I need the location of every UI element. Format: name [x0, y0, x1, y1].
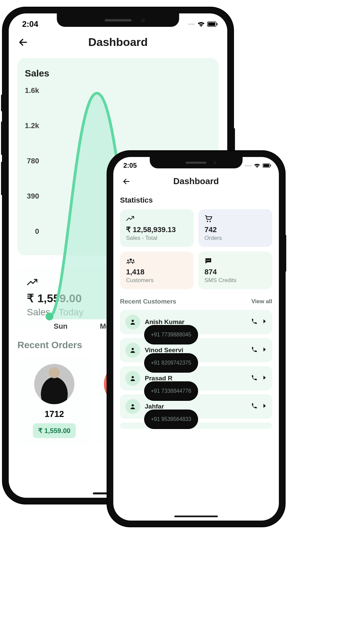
call-button[interactable]: [251, 346, 257, 354]
svg-rect-6: [270, 165, 271, 166]
customer-phone: +91 7739888045: [145, 326, 197, 344]
svg-point-11: [133, 260, 134, 261]
svg-point-12: [206, 260, 207, 261]
order-id: 1712: [45, 409, 64, 419]
phone-icon: [251, 402, 257, 409]
customer-name: Anish Kumar: [145, 318, 246, 326]
stat-value: 1,418: [126, 268, 188, 276]
x-tick: Sun: [44, 322, 77, 331]
svg-point-17: [132, 376, 134, 378]
stat-sms-credits[interactable]: 874 SMS Credits: [198, 252, 272, 289]
y-tick: 390: [27, 192, 39, 201]
open-button[interactable]: [263, 375, 267, 382]
svg-point-18: [132, 404, 134, 406]
person-icon: [130, 319, 136, 325]
svg-rect-1: [208, 22, 215, 26]
phone-mockup-2: 2:05 •••• Dashboard Statistics: [107, 151, 285, 527]
y-tick: 0: [35, 227, 39, 236]
trend-up-icon: [27, 279, 38, 286]
status-time: 2:05: [123, 162, 137, 169]
customer-name: Vinod Seervi: [145, 346, 246, 354]
message-icon: [204, 258, 212, 264]
trend-up-icon: [126, 216, 135, 222]
y-tick: 780: [27, 157, 39, 165]
svg-point-15: [132, 320, 134, 322]
open-button[interactable]: [263, 403, 267, 410]
phone-icon: [251, 374, 257, 381]
customer-phone: +91 7338844776: [145, 382, 197, 400]
y-tick: 1.6k: [25, 86, 39, 95]
side-button: [1, 95, 3, 111]
signal-dots-icon: ••••: [188, 22, 195, 26]
chart-y-axis: 1.6k 1.2k 780 390 0: [25, 85, 44, 246]
svg-rect-2: [217, 23, 218, 25]
call-button[interactable]: [251, 318, 257, 326]
chevron-right-icon: [263, 403, 267, 409]
open-button[interactable]: [263, 319, 267, 325]
order-price-badge: ₹ 1,559.00: [33, 423, 76, 438]
avatar: [125, 343, 140, 358]
svg-point-7: [207, 221, 208, 222]
svg-point-8: [209, 221, 211, 222]
signal-dots-icon: ••••: [245, 163, 252, 168]
y-tick: 1.2k: [25, 121, 39, 130]
view-all-link[interactable]: View all: [251, 298, 272, 305]
order-card[interactable]: 1712 ₹ 1,559.00: [17, 357, 91, 445]
phone-icon: [251, 318, 257, 325]
stat-value: 874: [204, 268, 266, 276]
order-thumbnail: [34, 364, 74, 404]
svg-point-9: [130, 259, 132, 261]
notch: [57, 13, 179, 27]
side-button: [1, 121, 3, 155]
svg-rect-5: [263, 164, 269, 167]
stat-value: ₹ 12,58,939.13: [126, 225, 188, 234]
open-button[interactable]: [263, 347, 267, 354]
customer-row[interactable]: Jahfar +91 9539564833: [120, 394, 272, 419]
wifi-icon: [254, 163, 260, 168]
avatar: [125, 399, 140, 414]
status-time: 2:04: [22, 19, 38, 29]
stat-sales-total[interactable]: ₹ 12,58,939.13 Sales - Total: [120, 209, 194, 247]
stat-label: Orders: [204, 235, 266, 241]
customer-phone: +91 9539564833: [145, 410, 197, 428]
stat-label: Sales - Total: [126, 235, 188, 241]
customer-row[interactable]: Vinod Seervi +91 8209742375: [120, 338, 272, 362]
battery-icon: [207, 21, 218, 27]
chevron-right-icon: [263, 347, 267, 352]
cart-icon: [204, 215, 213, 222]
customer-row[interactable]: Anish Kumar +91 7739888045: [120, 310, 272, 334]
person-icon: [130, 404, 136, 410]
sales-card-title: Sales: [25, 68, 211, 79]
app-header: Dashboard: [113, 169, 279, 190]
svg-point-3: [46, 313, 53, 320]
stats-grid: ₹ 12,58,939.13 Sales - Total 742 Orders …: [120, 209, 272, 289]
phone-icon: [251, 346, 257, 353]
customer-name: Prasad R: [145, 375, 246, 382]
recent-customers-title: Recent Customers: [120, 298, 176, 305]
call-button[interactable]: [251, 402, 257, 411]
statistics-title: Statistics: [120, 196, 272, 205]
avatar: [125, 371, 140, 386]
stat-label: SMS Credits: [204, 277, 266, 284]
svg-point-10: [127, 260, 129, 261]
stat-customers[interactable]: 1,418 Customers: [120, 252, 194, 289]
svg-point-14: [209, 260, 210, 261]
person-icon: [130, 375, 136, 381]
page-title: Dashboard: [17, 36, 219, 49]
stat-orders[interactable]: 742 Orders: [198, 209, 272, 247]
stat-label: Customers: [126, 277, 188, 284]
home-indicator[interactable]: [174, 516, 218, 517]
battery-icon: [262, 163, 272, 168]
call-button[interactable]: [251, 374, 257, 382]
customer-phone: +91 8209742375: [145, 354, 197, 372]
wifi-icon: [197, 21, 205, 27]
app-header: Dashboard: [9, 29, 227, 52]
stat-value: 742: [204, 225, 266, 234]
notch: [150, 157, 243, 168]
customer-list: Anish Kumar +91 7739888045 Vinod Seervi …: [120, 310, 272, 429]
svg-point-13: [208, 260, 208, 261]
customer-name: Jahfar: [145, 403, 246, 410]
side-button: [285, 235, 286, 272]
customer-row[interactable]: Prasad R +91 7338844776: [120, 366, 272, 390]
svg-point-16: [132, 348, 134, 350]
